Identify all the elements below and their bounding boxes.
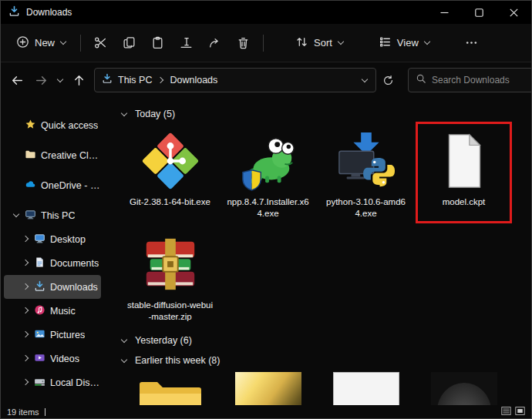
chevron-right-icon[interactable] xyxy=(22,307,29,314)
view-button-label: View xyxy=(397,37,419,49)
rename-icon xyxy=(180,36,193,49)
group-header-today[interactable]: Today (5) xyxy=(121,104,531,124)
sidebar-item-pictures[interactable]: Pictures xyxy=(4,323,101,347)
sidebar-item-documents[interactable]: Documents xyxy=(4,251,101,275)
breadcrumb-this-pc[interactable]: This PC xyxy=(118,75,152,85)
group-header-yesterday[interactable]: Yesterday (6) xyxy=(121,330,531,350)
breadcrumb-downloads[interactable]: Downloads xyxy=(170,75,217,85)
maximize-button[interactable] xyxy=(462,1,497,24)
file-git-installer[interactable]: Git-2.38.1-64-bit.exe xyxy=(126,126,214,220)
sidebar-item-label: Videos xyxy=(50,354,79,364)
address-bar[interactable]: This PC Downloads xyxy=(94,68,376,92)
sidebar-item-quick-access[interactable]: Quick access xyxy=(4,113,101,137)
close-button[interactable] xyxy=(497,1,531,24)
copy-button[interactable] xyxy=(115,30,143,55)
search-input[interactable] xyxy=(432,75,532,85)
folder-tile[interactable] xyxy=(126,372,214,405)
main-area: Quick access Creative Cloud Fi OneDrive … xyxy=(1,98,531,405)
file-name: python-3.10.6-amd64.exe xyxy=(323,196,409,220)
cut-button[interactable] xyxy=(86,30,115,55)
sort-button[interactable]: Sort xyxy=(288,30,352,56)
sidebar-item-this-pc[interactable]: This PC xyxy=(4,203,101,227)
file-name: Git-2.38.1-64-bit.exe xyxy=(130,196,210,208)
paste-button[interactable] xyxy=(143,30,172,55)
notepad-plus-plus-icon xyxy=(233,126,304,196)
chevron-right-icon[interactable] xyxy=(157,77,164,84)
chevron-right-icon[interactable] xyxy=(22,331,29,338)
chevron-right-icon[interactable] xyxy=(22,236,29,243)
music-icon xyxy=(34,304,45,318)
status-divider xyxy=(45,408,45,416)
recent-locations-button[interactable] xyxy=(53,69,67,92)
chevron-down-icon xyxy=(60,39,67,46)
more-options-button[interactable] xyxy=(457,30,486,55)
chevron-right-icon[interactable] xyxy=(22,283,29,290)
forward-button[interactable] xyxy=(29,69,53,92)
details-view-toggle[interactable] xyxy=(501,406,511,417)
new-button[interactable]: New xyxy=(8,30,75,56)
trash-icon xyxy=(237,36,250,49)
sidebar-item-label: Documents xyxy=(50,258,99,269)
document-thumbnail xyxy=(333,372,399,405)
file-stable-diffusion-zip[interactable]: stable-diffusion-webui-master.zip xyxy=(126,229,214,323)
sidebar-item-label: Local Disk (C:) xyxy=(50,377,101,388)
file-list-pane: Today (5) xyxy=(104,98,531,405)
file-npp-installer[interactable]: npp.8.4.7.Installer.x64.exe xyxy=(224,126,312,220)
delete-button[interactable] xyxy=(229,30,258,55)
chevron-right-icon[interactable] xyxy=(22,379,29,386)
dark-image-thumbnail-tile[interactable] xyxy=(419,372,508,405)
rename-button[interactable] xyxy=(172,30,200,55)
item-count: 19 items xyxy=(7,407,39,417)
back-button[interactable] xyxy=(5,69,29,92)
sort-arrows-icon xyxy=(295,35,308,51)
winrar-archive-icon xyxy=(135,229,206,300)
dark-image-thumbnail xyxy=(431,372,497,405)
sidebar-item-music[interactable]: Music xyxy=(4,299,101,323)
chevron-right-icon[interactable] xyxy=(22,355,29,362)
group-header-label: Yesterday (6) xyxy=(135,335,192,346)
share-button[interactable] xyxy=(200,30,229,55)
ellipsis-icon xyxy=(465,36,478,49)
image-thumbnail-tile[interactable] xyxy=(224,372,312,405)
sidebar-item-videos[interactable]: Videos xyxy=(4,347,101,370)
sidebar-item-desktop[interactable]: Desktop xyxy=(4,227,101,251)
view-button[interactable]: View xyxy=(371,30,439,56)
minimize-button[interactable] xyxy=(427,1,462,24)
chevron-right-icon[interactable] xyxy=(22,260,29,266)
chevron-down-icon xyxy=(121,111,128,118)
group-header-label: Earlier this week (8) xyxy=(135,355,220,366)
python-installer-icon xyxy=(331,126,402,196)
navigation-bar: This PC Downloads xyxy=(1,62,531,98)
creative-cloud-folder-icon xyxy=(25,149,36,163)
group-header-label: Today (5) xyxy=(135,109,175,119)
address-dropdown-chevron-icon[interactable] xyxy=(362,77,369,84)
file-python-installer[interactable]: python-3.10.6-amd64.exe xyxy=(322,126,410,220)
documents-icon xyxy=(34,256,45,270)
sidebar-item-downloads[interactable]: Downloads xyxy=(4,275,101,299)
window-title: Downloads xyxy=(26,7,72,18)
file-model-ckpt[interactable]: model.ckpt xyxy=(419,126,508,220)
navigation-pane: Quick access Creative Cloud Fi OneDrive … xyxy=(1,98,104,405)
downloads-location-icon xyxy=(102,73,113,87)
chevron-down-icon xyxy=(121,337,128,344)
new-button-label: New xyxy=(35,37,55,49)
sidebar-item-creative-cloud[interactable]: Creative Cloud Fi xyxy=(4,143,101,167)
sidebar-item-local-disk-c[interactable]: Local Disk (C:) xyxy=(4,370,101,394)
downloads-icon xyxy=(34,280,45,294)
search-box[interactable] xyxy=(408,68,532,92)
chevron-down-icon[interactable] xyxy=(13,212,20,219)
large-icons-view-toggle[interactable] xyxy=(515,406,525,417)
star-icon xyxy=(25,119,36,132)
file-name: stable-diffusion-webui-master.zip xyxy=(127,300,214,323)
sidebar-item-label: Desktop xyxy=(50,234,86,245)
search-icon xyxy=(416,73,426,87)
desktop-icon xyxy=(34,233,45,246)
sidebar-item-onedrive[interactable]: OneDrive - Perso xyxy=(4,173,101,197)
refresh-button[interactable] xyxy=(376,69,400,92)
chevron-down-icon xyxy=(57,77,64,84)
up-button[interactable] xyxy=(67,69,91,92)
view-layout-icon xyxy=(379,35,392,51)
sidebar-item-label: Creative Cloud Fi xyxy=(41,150,101,161)
document-thumbnail-tile[interactable] xyxy=(322,372,410,405)
group-header-earlier-this-week[interactable]: Earlier this week (8) xyxy=(121,350,531,370)
